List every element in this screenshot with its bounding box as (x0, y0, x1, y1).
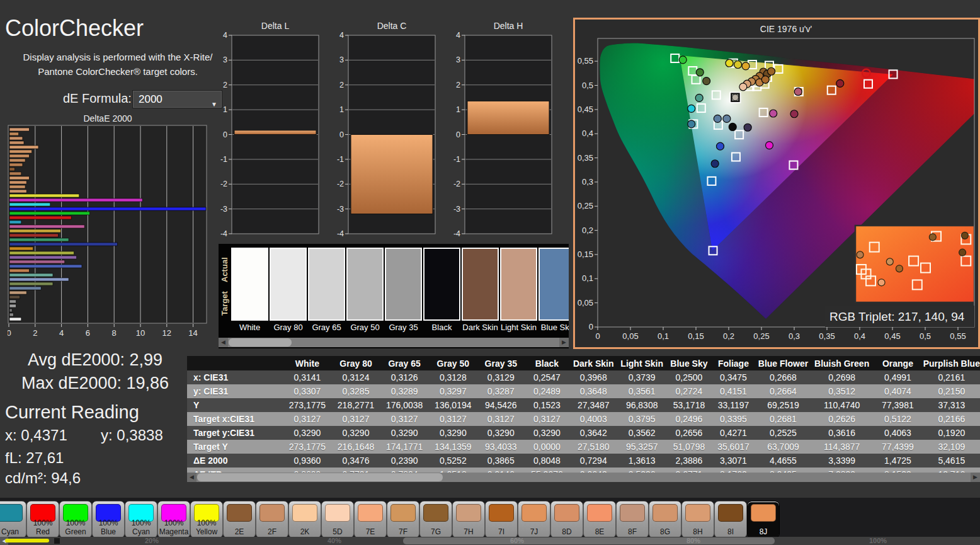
table-scrollbar[interactable]: ◀ ▶ (187, 473, 980, 482)
patch-button-cyan[interactable]: Cyan (0, 501, 26, 538)
patch-button-7g[interactable]: 7G (419, 501, 452, 538)
patch-button-7i[interactable]: 7I (485, 501, 518, 538)
patch-button-100-blue[interactable]: 100% Blue (92, 501, 125, 538)
col-header-purplish-blue: Purplish Blue (923, 356, 980, 370)
patch-label: 100% Red (27, 519, 59, 536)
swatch-gray-80: Gray 80 (270, 248, 307, 332)
de-bar (9, 207, 206, 210)
scroll-left-icon[interactable]: ◀ (187, 473, 197, 482)
svg-text:3: 3 (456, 55, 460, 64)
patch-button-8i[interactable]: 8I (714, 501, 747, 538)
toolbar-scrollbar[interactable]: ◀ 20%40%60%80%100% (0, 537, 980, 545)
table-cell: 110,4740 (811, 398, 872, 412)
swatch-chip (270, 248, 307, 321)
svg-text:0: 0 (339, 130, 344, 139)
de-formula-select[interactable]: 2000 ▼ (132, 90, 222, 108)
swatch-scroll-thumb[interactable] (229, 338, 292, 347)
svg-text:12: 12 (162, 328, 171, 338)
table-scroll-thumb[interactable] (197, 473, 443, 481)
patch-label: 8H (682, 528, 714, 536)
svg-text:-2: -2 (337, 180, 344, 188)
row-label: ΔE 2000 (187, 454, 283, 468)
col-header-gray-65: Gray 65 (380, 356, 429, 370)
cie-measurement-marker (716, 142, 724, 150)
patch-button-2e[interactable]: 2E (223, 501, 256, 538)
table-cell: 0,3616 (811, 426, 872, 440)
toolbar-scroll-thumb[interactable] (403, 537, 775, 544)
patch-button-7h[interactable]: 7H (452, 501, 485, 538)
table-cell: 0,8048 (525, 454, 569, 468)
mini-chart-title: Delta H (494, 21, 523, 31)
color-patch (620, 504, 645, 522)
table-cell: 0,2664 (755, 384, 811, 398)
de-bar (9, 300, 16, 303)
patch-button-8d[interactable]: 8D (550, 501, 583, 538)
description-line2: Pantone ColorChecker® target colors. (38, 66, 198, 77)
svg-text:-4: -4 (220, 229, 227, 238)
cie-measurement-marker (703, 77, 710, 85)
color-patch (390, 504, 416, 522)
swatch-chip (308, 248, 345, 321)
avg-de2000: Avg dE2000: 2,99 (0, 350, 190, 370)
patch-button-100-yellow[interactable]: 100% Yellow (190, 501, 223, 538)
patch-label: 8E (584, 528, 615, 536)
table-cell: 0,2390 (380, 454, 429, 468)
patch-button-8g[interactable]: 8G (649, 501, 681, 538)
de-bar (9, 150, 32, 153)
deltae-chart-title: DeltaE 2000 (0, 113, 215, 123)
table-cell: 0,2626 (811, 412, 872, 426)
delta-bar (351, 135, 433, 214)
table-cell: 0,3648 (569, 384, 618, 398)
table-cell: 33,1197 (712, 398, 755, 412)
svg-text:1: 1 (339, 105, 344, 114)
patch-button-100-magenta[interactable]: 100% Magenta (157, 501, 190, 538)
patch-button-2f[interactable]: 2F (256, 501, 288, 538)
swatch-label: Light Skin (500, 323, 537, 332)
deltae-bar-chart: 02468101214 (8, 124, 209, 338)
scroll-right-icon[interactable]: ▶ (971, 473, 980, 482)
col-header-bluish-green: Bluish Green (811, 356, 872, 370)
table-cell: 0,7294 (569, 454, 618, 468)
table-cell: 0,0000 (525, 440, 569, 454)
patch-button-5d[interactable]: 5D (321, 501, 354, 538)
patch-button-8h[interactable]: 8H (681, 501, 714, 538)
patch-label: Cyan (0, 528, 26, 536)
patch-button-100red[interactable]: 100% Red (26, 501, 59, 538)
de-bar (9, 172, 21, 175)
table-cell: 93,4033 (477, 440, 525, 454)
patch-button-8f[interactable]: 8F (616, 501, 649, 538)
patch-button-7e[interactable]: 7E (354, 501, 387, 538)
strip-percent-label: 60% (510, 537, 524, 544)
svg-text:-3: -3 (453, 205, 460, 214)
svg-text:4: 4 (223, 31, 227, 40)
patch-button-7j[interactable]: 7J (518, 501, 550, 538)
patch-button-100-green[interactable]: 100% Green (59, 501, 92, 538)
patch-button-100-cyan[interactable]: 100% Cyan (125, 501, 157, 538)
de-bar (9, 163, 23, 166)
patch-label: 8G (649, 528, 681, 536)
patch-button-8e[interactable]: 8E (583, 501, 616, 538)
table-cell: 0,3289 (380, 384, 429, 398)
color-patch (554, 504, 579, 522)
description: Display analysis is performed with the X… (16, 50, 219, 79)
table-cell: 0,1920 (923, 426, 980, 440)
table-cell: 3,3071 (712, 454, 755, 468)
patch-button-2k[interactable]: 2K (288, 501, 321, 538)
scroll-left-icon[interactable]: ◀ (219, 338, 228, 347)
table-cell: 3,3399 (811, 454, 872, 468)
strip-percent-label: 20% (145, 537, 159, 544)
cie-measurement-marker (714, 115, 721, 122)
table-cell: 0,3476 (332, 454, 380, 468)
svg-text:0,2: 0,2 (582, 226, 593, 235)
swatch-scrollbar[interactable]: ◀ ▶ (219, 338, 569, 347)
table-cell: 63,7009 (755, 440, 811, 454)
inset-measurement-marker (929, 234, 936, 241)
patch-button-8j[interactable]: 8J (747, 501, 780, 538)
scroll-right-icon[interactable]: ▶ (559, 338, 569, 347)
col-header-black: Black (525, 356, 569, 370)
patch-button-7f[interactable]: 7F (387, 501, 419, 538)
svg-text:3: 3 (339, 55, 344, 64)
de-bar (9, 176, 29, 180)
cie-measurement-marker (765, 142, 773, 149)
de-bar (9, 269, 29, 272)
